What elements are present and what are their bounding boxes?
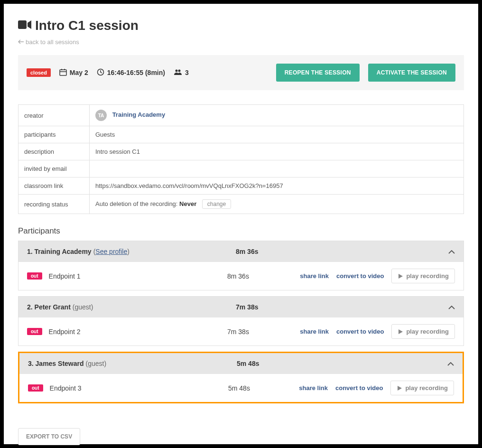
- calendar-icon: [59, 68, 67, 77]
- chevron-up-icon[interactable]: [448, 248, 455, 255]
- play-icon: [398, 273, 403, 279]
- activate-session-button[interactable]: ACTIVATE THE SESSION: [368, 64, 455, 82]
- participant-header[interactable]: 3. James Steward (guest)5m 48s: [19, 353, 463, 374]
- convert-to-video-action[interactable]: convert to video: [335, 384, 383, 392]
- camera-icon: [18, 18, 31, 33]
- endpoint-duration: 7m 38s: [227, 328, 249, 336]
- participant-duration: 5m 48s: [237, 360, 259, 367]
- play-icon: [397, 385, 402, 391]
- endpoint-actions: share linkconvert to videoplay recording: [300, 324, 455, 339]
- svg-point-6: [175, 69, 177, 72]
- info-label-invited: invited by email: [19, 160, 90, 177]
- info-label-link: classroom link: [19, 177, 90, 195]
- info-value-creator: TA Training Academy: [90, 105, 464, 126]
- endpoint-name: Endpoint 2: [49, 328, 81, 336]
- convert-to-video-action[interactable]: convert to video: [336, 272, 384, 280]
- info-value-participants: Guests: [90, 126, 464, 143]
- share-link-action[interactable]: share link: [299, 384, 328, 392]
- info-value-invited: [90, 160, 464, 177]
- participant-name: 2. Peter Grant: [27, 303, 71, 311]
- svg-rect-0: [18, 20, 27, 29]
- info-label-description: description: [19, 143, 90, 160]
- endpoint-row: outEndpoint 27m 38sshare linkconvert to …: [19, 317, 463, 345]
- participant-name: 1. Training Academy: [27, 248, 92, 255]
- info-value-recording: Auto deletion of the recording: Never ch…: [90, 195, 464, 214]
- clock-icon: [97, 68, 104, 77]
- endpoint-duration: 5m 48s: [228, 384, 250, 392]
- convert-to-video-action[interactable]: convert to video: [336, 328, 384, 335]
- svg-rect-1: [60, 70, 66, 75]
- participant-header[interactable]: 2. Peter Grant (guest)7m 38s: [19, 297, 463, 317]
- participant-duration: 8m 36s: [236, 248, 258, 255]
- info-label-recording: recording status: [19, 195, 90, 214]
- status-badge-out: out: [27, 328, 42, 335]
- share-link-action[interactable]: share link: [300, 272, 329, 280]
- export-to-csv-button[interactable]: EXPORT TO CSV: [18, 428, 80, 445]
- svg-point-7: [178, 69, 180, 72]
- status-badge-out: out: [27, 272, 42, 280]
- participant-extra: (guest): [73, 303, 93, 311]
- creator-link[interactable]: Training Academy: [112, 111, 166, 118]
- status-date: May 2: [59, 68, 88, 77]
- info-table: creator TA Training Academy participants…: [18, 104, 464, 214]
- page-title: Intro C1 session: [18, 18, 464, 33]
- endpoint-actions: share linkconvert to videoplay recording: [300, 269, 455, 283]
- reopen-session-button[interactable]: REOPEN THE SESSION: [276, 64, 360, 82]
- info-value-link: https://sandbox.vedamo.com/vcl/room/mvVQ…: [90, 177, 464, 195]
- endpoint-actions: share linkconvert to videoplay recording: [299, 381, 454, 395]
- chevron-up-icon[interactable]: [448, 303, 455, 311]
- change-recording-button[interactable]: change: [202, 199, 231, 209]
- participant-block: 3. James Steward (guest)5m 48soutEndpoin…: [18, 352, 464, 403]
- see-profile-link[interactable]: See profile: [95, 248, 127, 255]
- share-link-action[interactable]: share link: [300, 328, 329, 335]
- status-people: 3: [174, 69, 189, 77]
- chevron-up-icon[interactable]: [447, 360, 454, 367]
- play-recording-button[interactable]: play recording: [390, 381, 454, 395]
- play-icon: [398, 329, 403, 335]
- participant-block: 2. Peter Grant (guest)7m 38soutEndpoint …: [18, 296, 464, 346]
- status-time: 16:46-16:55 (8min): [97, 68, 165, 77]
- endpoint-duration: 8m 36s: [227, 272, 249, 280]
- participants-section-title: Participants: [18, 226, 464, 236]
- status-badge-closed: closed: [27, 68, 51, 77]
- play-recording-button[interactable]: play recording: [391, 324, 455, 339]
- info-label-participants: participants: [19, 126, 90, 143]
- endpoint-row: outEndpoint 18m 36sshare linkconvert to …: [19, 262, 463, 290]
- play-recording-button[interactable]: play recording: [391, 269, 455, 283]
- endpoint-row: outEndpoint 35m 48sshare linkconvert to …: [19, 374, 463, 402]
- people-icon: [174, 69, 182, 77]
- participant-duration: 7m 38s: [236, 303, 258, 311]
- endpoint-name: Endpoint 3: [50, 384, 82, 392]
- participant-name: 3. James Steward: [28, 360, 84, 367]
- arrow-left-icon: [18, 38, 24, 46]
- endpoint-name: Endpoint 1: [49, 272, 81, 280]
- participant-header[interactable]: 1. Training Academy (See profile)8m 36s: [19, 241, 463, 262]
- back-to-sessions-link[interactable]: back to all sessions: [18, 38, 79, 46]
- status-bar: closed May 2 16:46-16:55 (8min) 3 REOPEN…: [18, 55, 464, 90]
- avatar: TA: [95, 110, 107, 121]
- participant-block: 1. Training Academy (See profile)8m 36so…: [18, 241, 464, 290]
- page-title-text: Intro C1 session: [35, 18, 139, 33]
- participant-extra: (guest): [86, 360, 107, 367]
- status-badge-out: out: [28, 384, 43, 392]
- info-value-description: Intro session C1: [90, 143, 464, 160]
- back-link-label: back to all sessions: [26, 38, 79, 46]
- info-label-creator: creator: [19, 105, 90, 126]
